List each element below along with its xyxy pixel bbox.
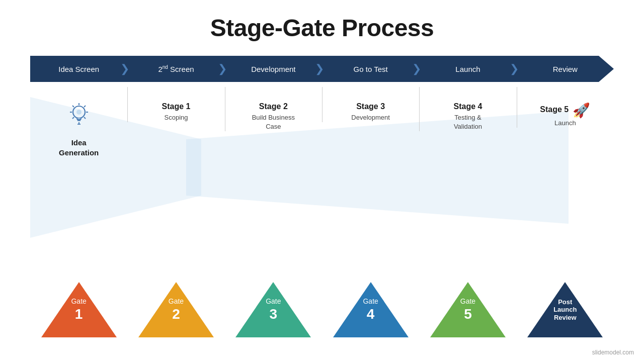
stage-3-sub: Development	[351, 113, 390, 122]
stage-5-col: Stage 5 🚀 Launch	[517, 87, 614, 128]
gate-5-number: 5	[460, 306, 475, 323]
rocket-icon: 🚀	[573, 102, 590, 119]
gate-4: Gate 4	[333, 282, 409, 337]
nav-item-launch[interactable]: Launch	[419, 56, 516, 82]
watermark: slidemodel.com	[592, 349, 634, 356]
stage-2-col: Stage 2 Build Business Case	[225, 87, 322, 131]
gate-2: Gate 2	[138, 282, 214, 337]
stage-5-title: Stage 5	[540, 105, 569, 114]
stage-4-title: Stage 4	[454, 102, 482, 111]
svg-line-4	[72, 106, 74, 107]
gate-1-label: Gate	[71, 297, 86, 306]
nav-item-2nd-screen[interactable]: 2nd Screen	[127, 56, 224, 82]
stages-wrapper: Idea Generation Stage 1 Scoping Stage 2 …	[30, 87, 614, 278]
gate-3: Gate 3	[235, 282, 311, 337]
svg-line-6	[84, 106, 86, 107]
nav-item-review[interactable]: Review	[517, 56, 614, 82]
gate-1-number: 1	[71, 306, 86, 323]
gate-5: Gate 5	[430, 282, 506, 337]
content-area: Idea Generation Stage 1 Scoping Stage 2 …	[30, 87, 614, 278]
stage-1-col: Stage 1 Scoping	[127, 87, 224, 122]
stage-2-title: Stage 2	[259, 102, 288, 111]
stage-3-title: Stage 3	[356, 102, 385, 111]
nav-item-idea-screen[interactable]: Idea Screen	[30, 56, 127, 82]
nav-item-go-to-test[interactable]: Go to Test	[322, 56, 419, 82]
post-launch-review: Post Launch Review	[527, 282, 603, 337]
page-title: Stage-Gate Process	[0, 0, 644, 42]
gate-2-number: 2	[169, 306, 184, 323]
svg-point-10	[76, 110, 82, 115]
lightbulb-icon	[66, 102, 92, 133]
stage-idea-generation: Idea Generation	[30, 87, 127, 157]
gate-4-number: 4	[363, 306, 378, 323]
stage-1-title: Stage 1	[162, 102, 191, 111]
gate-2-label: Gate	[169, 297, 184, 306]
stage-2-sub: Build Business Case	[252, 113, 295, 131]
stage-1-sub: Scoping	[165, 113, 188, 122]
gate-1: Gate 1	[41, 282, 117, 337]
stage-4-col: Stage 4 Testing & Validation	[419, 87, 516, 131]
svg-line-5	[84, 117, 86, 119]
gate-5-label: Gate	[460, 297, 475, 306]
gate-3-number: 3	[266, 306, 281, 323]
post-launch-label: Post Launch Review	[553, 298, 577, 322]
gates-row: Gate 1 Gate 2 Gate 3 Gate 4	[30, 278, 614, 337]
gate-4-label: Gate	[363, 297, 378, 306]
stage-5-sub: Launch	[554, 119, 576, 128]
stage-4-sub: Testing & Validation	[454, 113, 482, 131]
svg-line-7	[72, 117, 74, 119]
stage-3-col: Stage 3 Development	[322, 87, 419, 122]
nav-bar: Idea Screen 2nd Screen Development Go to…	[30, 56, 614, 82]
gate-3-label: Gate	[266, 297, 281, 306]
idea-generation-label: Idea Generation	[59, 138, 99, 157]
nav-item-development[interactable]: Development	[225, 56, 322, 82]
